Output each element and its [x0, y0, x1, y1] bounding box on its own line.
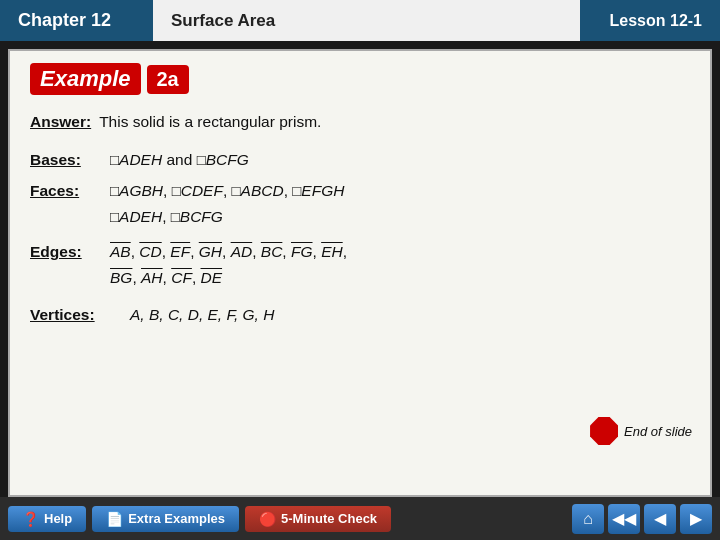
nav-buttons: ⌂ ◀◀ ◀ ▶ [572, 504, 712, 534]
edges-content: AB, CD, EF, GH, AD, BC, FG, EH, BG, AH, … [110, 239, 347, 292]
edges-row: Edges: AB, CD, EF, GH, AD, BC, FG, EH, B… [30, 239, 690, 292]
bottom-bar: ❓ Help 📄 Extra Examples 🔴 5-Minute Check… [0, 497, 720, 540]
extra-label: Extra Examples [128, 511, 225, 526]
answer-row: Answer: This solid is a rectangular pris… [30, 109, 690, 135]
nav-next-button[interactable]: ▶ [680, 504, 712, 534]
check-icon: 🔴 [259, 511, 276, 527]
example-badge: Example 2a [30, 63, 189, 95]
help-label: Help [44, 511, 72, 526]
vertices-label: Vertices: [30, 302, 130, 328]
example-number: 2a [147, 65, 189, 94]
main-content: Example 2a Answer: This solid is a recta… [8, 49, 712, 497]
help-button[interactable]: ❓ Help [8, 506, 86, 532]
bases-label: Bases: [30, 147, 110, 174]
top-bar: Chapter 12 Surface Area Lesson 12-1 [0, 0, 720, 41]
edges-label: Edges: [30, 239, 110, 265]
stop-sign-icon [590, 417, 618, 445]
example-word: Example [30, 63, 141, 95]
answer-label: Answer: [30, 109, 91, 135]
nav-prev-button[interactable]: ◀ [644, 504, 676, 534]
nav-home-button[interactable]: ⌂ [572, 504, 604, 534]
lesson-label: Lesson 12-1 [580, 0, 720, 41]
extra-examples-button[interactable]: 📄 Extra Examples [92, 506, 239, 532]
chapter-label: Chapter 12 [0, 0, 153, 41]
extra-icon: 📄 [106, 511, 123, 527]
end-slide-badge: End of slide [590, 417, 692, 445]
page-title: Surface Area [153, 0, 580, 41]
nav-back-button[interactable]: ◀◀ [608, 504, 640, 534]
vertices-row: Vertices: A, B, C, D, E, F, G, H [30, 302, 690, 328]
answer-section: Answer: This solid is a rectangular pris… [30, 109, 690, 328]
faces-content: □AGBH, □CDEF, □ABCD, □EFGH □ADEH, □BCFG [110, 178, 344, 231]
vertices-content: A, B, C, D, E, F, G, H [130, 302, 274, 328]
end-slide-text: End of slide [624, 424, 692, 439]
five-minute-check-button[interactable]: 🔴 5-Minute Check [245, 506, 391, 532]
bases-content: □ADEH and □BCFG [110, 147, 249, 174]
check-label: 5-Minute Check [281, 511, 377, 526]
answer-description: This solid is a rectangular prism. [99, 109, 321, 135]
bases-row: Bases: □ADEH and □BCFG [30, 147, 690, 174]
faces-row: Faces: □AGBH, □CDEF, □ABCD, □EFGH □ADEH,… [30, 178, 690, 231]
faces-label: Faces: [30, 178, 110, 204]
help-icon: ❓ [22, 511, 39, 527]
